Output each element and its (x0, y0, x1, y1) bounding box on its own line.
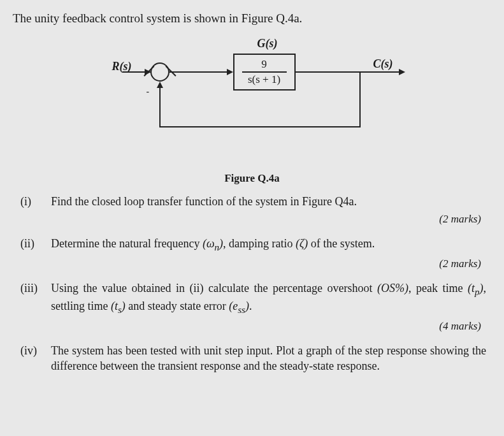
block-diagram: G(s) R(s) C(s) - 9 s(s + 1) (61, 37, 443, 164)
transfer-function-block: 9 s(s + 1) (233, 54, 296, 91)
summing-junction (150, 62, 169, 82)
tf-denominator: s(s + 1) (244, 73, 284, 86)
c-of-s-label: C(s) (373, 57, 393, 71)
question-num: (iv) (18, 343, 51, 374)
intro-text: The unity feedback control system is sho… (13, 11, 486, 25)
question-text: The system has been tested with unit ste… (51, 343, 486, 374)
arrow-to-g (227, 69, 233, 75)
line-g-to-c (296, 71, 404, 73)
line-fb-horiz (159, 126, 361, 127)
figure-caption: Figure Q.4a (18, 172, 486, 185)
question-num: (i) (18, 194, 51, 209)
question-ii: (ii) Determine the natural frequency (ωn… (18, 236, 486, 254)
question-iii: (iii) Using the value obtained in (ii) c… (18, 280, 486, 316)
line-fb-up (159, 87, 161, 127)
g-of-s-label: G(s) (257, 37, 278, 50)
line-sum-to-g (169, 71, 230, 73)
question-text: Find the closed loop transfer function o… (51, 194, 486, 209)
marks-ii: (2 marks) (18, 258, 486, 270)
line-fb-down (359, 71, 361, 126)
question-i: (i) Find the closed loop transfer functi… (18, 194, 486, 209)
question-iv: (iv) The system has been tested with uni… (18, 343, 486, 374)
question-text: Using the value obtained in (ii) calcula… (51, 280, 486, 316)
question-num: (ii) (18, 236, 51, 254)
question-text: Determine the natural frequency (ωn), da… (51, 236, 486, 254)
tf-numerator: 9 (257, 58, 271, 71)
arrow-to-c (399, 69, 405, 75)
marks-iii: (4 marks) (18, 320, 486, 333)
question-num: (iii) (18, 280, 51, 316)
arrow-feedback (157, 82, 163, 88)
minus-sign: - (147, 87, 150, 97)
marks-i: (2 marks) (18, 213, 486, 226)
